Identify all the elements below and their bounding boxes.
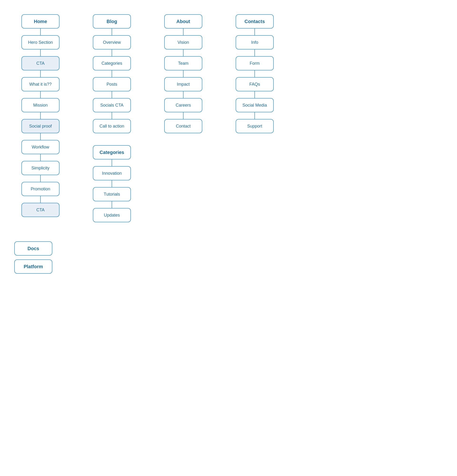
info-node[interactable]: Info	[236, 35, 274, 50]
contacts-column: Contacts Info Form FAQs Social Media Sup…	[228, 14, 281, 133]
sitemap-container: Home Hero Section CTA What it is?? Missi…	[14, 14, 443, 222]
socials-cta-node[interactable]: Socials CTA	[93, 98, 131, 112]
posts-node[interactable]: Posts	[93, 77, 131, 91]
blog-column: Blog Overview Categories Posts Socials C…	[86, 14, 138, 222]
connector	[40, 29, 41, 35]
standalone-section: Docs Platform	[14, 241, 67, 274]
connector	[40, 112, 41, 119]
team-node[interactable]: Team	[164, 56, 202, 70]
categories-root-node[interactable]: Categories	[93, 145, 131, 160]
connector	[112, 50, 112, 56]
connector	[183, 50, 184, 56]
home-root-node[interactable]: Home	[21, 14, 59, 29]
about-column: About Vision Team Impact Careers Contact	[157, 14, 210, 133]
cta-node-2[interactable]: CTA	[21, 203, 59, 217]
connector	[254, 29, 255, 35]
connector	[254, 50, 255, 56]
connector	[40, 133, 41, 140]
connector	[112, 29, 112, 35]
what-it-is-node[interactable]: What it is??	[21, 77, 59, 91]
connector	[112, 180, 112, 187]
home-column: Home Hero Section CTA What it is?? Missi…	[14, 14, 67, 217]
connector	[254, 91, 255, 98]
social-proof-node[interactable]: Social proof	[21, 119, 59, 133]
contacts-root-node[interactable]: Contacts	[236, 14, 274, 29]
connector	[112, 112, 112, 119]
social-media-node[interactable]: Social Media	[236, 98, 274, 112]
updates-node[interactable]: Updates	[93, 208, 131, 222]
connector	[40, 175, 41, 182]
docs-node[interactable]: Docs	[14, 241, 52, 256]
categories-node[interactable]: Categories	[93, 56, 131, 70]
hero-section-node[interactable]: Hero Section	[21, 35, 59, 50]
innovation-node[interactable]: Innovation	[93, 166, 131, 180]
connector	[112, 70, 112, 77]
impact-node[interactable]: Impact	[164, 77, 202, 91]
form-node[interactable]: Form	[236, 56, 274, 70]
connector	[40, 91, 41, 98]
about-root-node[interactable]: About	[164, 14, 202, 29]
contact-node[interactable]: Contact	[164, 119, 202, 133]
blog-root-node[interactable]: Blog	[93, 14, 131, 29]
support-node[interactable]: Support	[236, 119, 274, 133]
cta-node-1[interactable]: CTA	[21, 56, 59, 70]
careers-node[interactable]: Careers	[164, 98, 202, 112]
connector	[40, 154, 41, 161]
connector	[183, 29, 184, 35]
overview-node[interactable]: Overview	[93, 35, 131, 50]
connector	[40, 196, 41, 203]
connector	[254, 70, 255, 77]
connector	[40, 50, 41, 56]
connector	[254, 112, 255, 119]
promotion-node[interactable]: Promotion	[21, 182, 59, 196]
call-to-action-node[interactable]: Call to action	[93, 119, 131, 133]
categories-subsection: Categories Innovation Tutorials Updates	[93, 145, 131, 222]
workflow-node[interactable]: Workflow	[21, 140, 59, 154]
connector	[112, 201, 112, 208]
connector	[183, 112, 184, 119]
connector	[183, 70, 184, 77]
sitemap-wrapper: Home Hero Section CTA What it is?? Missi…	[14, 14, 443, 274]
connector	[183, 91, 184, 98]
mission-node[interactable]: Mission	[21, 98, 59, 112]
connector	[40, 70, 41, 77]
platform-node[interactable]: Platform	[14, 259, 52, 274]
tutorials-node[interactable]: Tutorials	[93, 187, 131, 201]
connector	[112, 160, 112, 166]
connector	[112, 91, 112, 98]
vision-node[interactable]: Vision	[164, 35, 202, 50]
simplicity-node[interactable]: Simplicity	[21, 161, 59, 175]
faqs-node[interactable]: FAQs	[236, 77, 274, 91]
